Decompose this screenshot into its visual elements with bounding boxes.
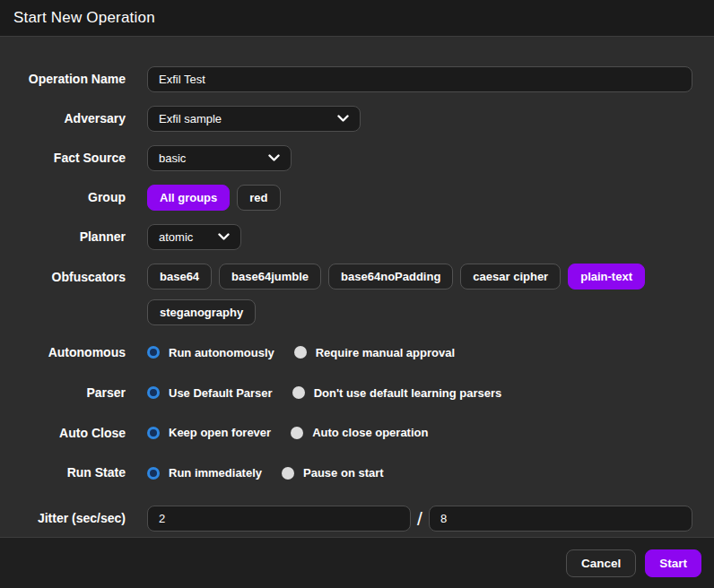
group-button-group: All groups red (147, 185, 281, 211)
planner-label: Planner (0, 229, 126, 245)
adversary-row: Adversary Exfil sample (0, 106, 692, 132)
adversary-select[interactable]: Exfil sample (147, 106, 361, 132)
parser-row: Parser Use Default Parser Don't use defa… (0, 385, 692, 401)
radio-selected-icon (147, 346, 160, 359)
auto-close-row: Auto Close Keep open forever Auto close … (0, 426, 692, 441)
run-state-label: Run State (0, 465, 126, 480)
modal-footer: Cancel Start (0, 537, 714, 588)
radio-unselected-icon (294, 346, 307, 359)
operation-name-row: Operation Name (0, 66, 692, 92)
parser-label: Parser (0, 385, 126, 401)
fact-source-select[interactable]: basic (147, 145, 292, 171)
radio-selected-icon (147, 386, 160, 399)
obfuscator-option-base64[interactable]: base64 (147, 264, 212, 290)
modal-header: Start New Operation (0, 0, 714, 37)
group-option-all-groups[interactable]: All groups (147, 185, 230, 211)
modal-body: Operation Name Adversary Exfil sample Fa… (0, 37, 714, 532)
obfuscator-option-base64jumble[interactable]: base64jumble (219, 264, 321, 290)
adversary-label: Adversary (0, 111, 126, 126)
radio-use-default-parser[interactable]: Use Default Parser (147, 386, 273, 400)
jitter-max-input[interactable] (429, 506, 692, 532)
radio-selected-icon (147, 427, 160, 439)
group-label: Group (0, 190, 126, 205)
radio-auto-close-operation[interactable]: Auto close operation (291, 426, 428, 439)
jitter-label: Jitter (sec/sec) (0, 511, 126, 526)
chevron-down-icon (268, 154, 280, 162)
radio-unselected-icon (292, 386, 305, 399)
auto-close-label: Auto Close (0, 426, 126, 441)
group-option-red[interactable]: red (237, 185, 280, 211)
radio-unselected-icon (282, 467, 294, 480)
start-new-operation-modal: Start New Operation Operation Name Adver… (0, 0, 714, 588)
radio-dont-use-default-learning-parsers[interactable]: Don't use default learning parsers (292, 386, 502, 400)
jitter-separator: / (417, 508, 422, 530)
obfuscator-option-caesar-cipher[interactable]: caesar cipher (460, 264, 561, 290)
radio-selected-icon (147, 467, 160, 480)
group-row: Group All groups red (0, 185, 692, 211)
fact-source-selected-value: basic (159, 151, 186, 165)
obfuscator-option-steganography[interactable]: steganography (147, 299, 256, 325)
radio-run-immediately[interactable]: Run immediately (147, 466, 262, 480)
obfuscator-option-plain-text[interactable]: plain-text (568, 264, 645, 290)
planner-row: Planner atomic (0, 224, 692, 250)
autonomous-row: Autonomous Run autonomously Require manu… (0, 345, 692, 360)
radio-require-manual-approval[interactable]: Require manual approval (294, 346, 455, 359)
radio-unselected-icon (291, 427, 303, 439)
radio-keep-open-forever[interactable]: Keep open forever (147, 426, 271, 439)
radio-run-autonomously[interactable]: Run autonomously (147, 346, 274, 359)
autonomous-label: Autonomous (0, 345, 126, 360)
planner-selected-value: atomic (159, 230, 193, 244)
operation-name-label: Operation Name (0, 72, 126, 87)
fact-source-label: Fact Source (0, 151, 126, 166)
operation-name-input[interactable] (147, 66, 692, 92)
chevron-down-icon (218, 233, 230, 241)
run-state-row: Run State Run immediately Pause on start (0, 465, 692, 480)
planner-select[interactable]: atomic (147, 224, 241, 250)
obfuscator-option-base64nopadding[interactable]: base64noPadding (328, 264, 453, 290)
start-button[interactable]: Start (645, 549, 701, 577)
modal-title: Start New Operation (13, 9, 155, 27)
fact-source-row: Fact Source basic (0, 145, 692, 171)
radio-pause-on-start[interactable]: Pause on start (282, 466, 384, 480)
jitter-row: Jitter (sec/sec) / (0, 506, 692, 532)
adversary-selected-value: Exfil sample (159, 112, 222, 125)
jitter-min-input[interactable] (147, 506, 411, 532)
obfuscators-label: Obfuscators (0, 264, 126, 285)
obfuscators-row: Obfuscators base64 base64jumble base64no… (0, 264, 692, 325)
obfuscators-button-group: base64 base64jumble base64noPadding caes… (147, 264, 692, 325)
chevron-down-icon (337, 115, 349, 123)
cancel-button[interactable]: Cancel (566, 549, 636, 577)
